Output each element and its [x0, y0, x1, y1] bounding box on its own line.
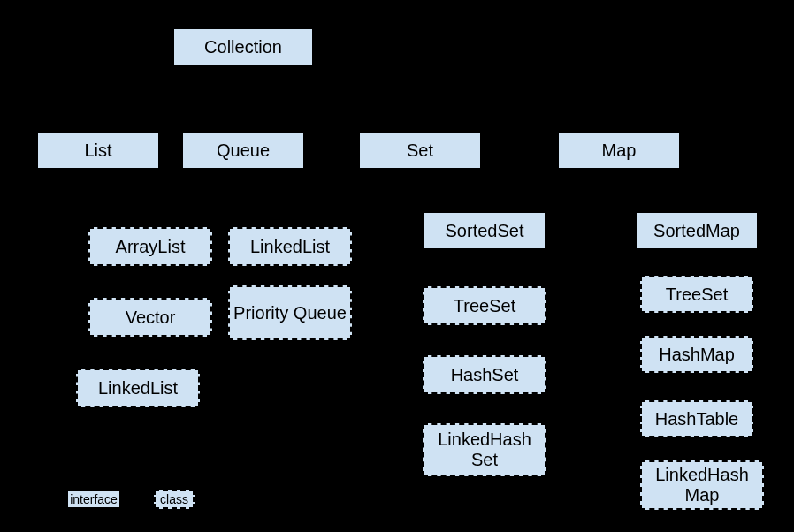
node-sortedset: SortedSet	[423, 211, 546, 250]
node-label: Set	[407, 141, 433, 161]
node-linkedhashset: LinkedHash Set	[423, 423, 546, 476]
node-label: HashTable	[655, 409, 739, 429]
legend-label: class	[160, 492, 188, 506]
node-label: HashSet	[451, 365, 519, 385]
node-set: Set	[358, 131, 482, 170]
node-label: TreeSet	[666, 285, 728, 305]
node-linkedlist-queue: LinkedList	[228, 227, 352, 266]
node-label: ArrayList	[116, 237, 186, 257]
node-label: LinkedHash Set	[424, 429, 545, 470]
node-collection: Collection	[172, 27, 314, 66]
node-list: List	[36, 131, 160, 170]
node-queue: Queue	[181, 131, 305, 170]
node-label: List	[84, 141, 111, 161]
node-label: TreeSet	[454, 296, 515, 316]
node-linkedlist-list: LinkedList	[76, 369, 200, 407]
node-label: Queue	[217, 141, 270, 161]
node-label: SortedSet	[446, 221, 524, 241]
node-priorityqueue: Priority Queue	[228, 285, 352, 340]
node-label: LinkedHash Map	[642, 465, 762, 505]
node-label: LinkedList	[250, 237, 330, 257]
node-label: Vector	[126, 308, 176, 328]
legend-interface: interface	[66, 490, 121, 509]
svg-line-3	[97, 170, 150, 228]
node-linkedhashmap: LinkedHash Map	[640, 460, 764, 510]
node-arraylist: ArrayList	[88, 227, 212, 266]
svg-line-5	[97, 170, 150, 380]
node-sortedmap: SortedMap	[635, 211, 759, 250]
connector-lines	[0, 0, 794, 532]
node-map: Map	[557, 131, 681, 170]
node-label: HashMap	[659, 345, 735, 365]
legend-label: interface	[70, 492, 118, 506]
svg-line-6	[243, 170, 272, 228]
svg-line-0	[97, 66, 243, 131]
node-label: Collection	[204, 37, 282, 57]
node-label: Priority Queue	[233, 303, 347, 323]
legend-class: class	[154, 490, 195, 509]
node-treeset-map: TreeSet	[640, 276, 753, 313]
node-label: SortedMap	[653, 221, 740, 241]
node-vector: Vector	[88, 298, 212, 337]
node-hashtable: HashTable	[640, 400, 753, 437]
node-label: Map	[602, 141, 637, 161]
svg-line-10	[420, 170, 485, 371]
node-hashset: HashSet	[423, 355, 546, 394]
svg-line-14	[619, 170, 697, 352]
node-label: LinkedList	[98, 378, 178, 399]
svg-line-2	[243, 66, 420, 131]
node-treeset-set: TreeSet	[423, 286, 546, 325]
node-hashmap: HashMap	[640, 336, 753, 373]
